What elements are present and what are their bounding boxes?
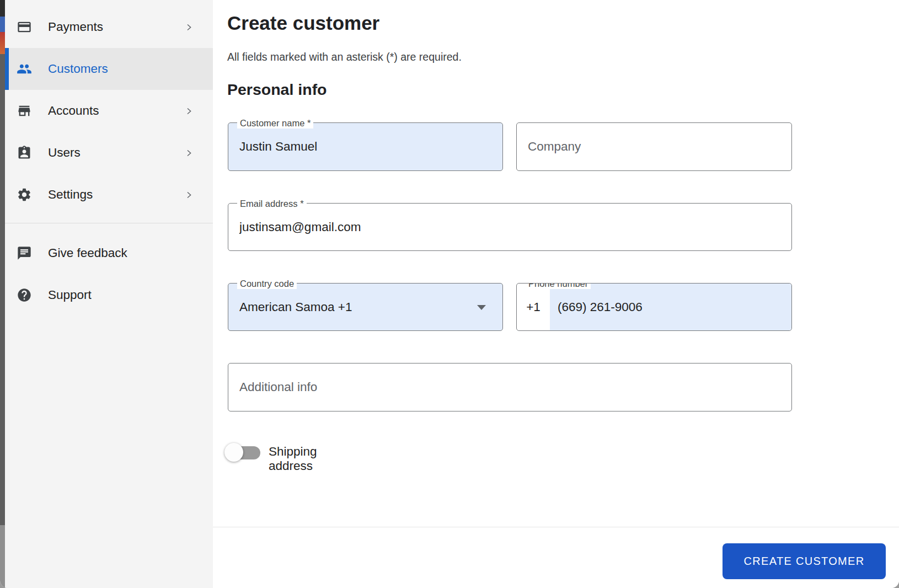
- chevron-right-icon: [185, 107, 193, 115]
- background-fragment: [0, 54, 5, 525]
- chevron-right-icon: [185, 191, 193, 199]
- create-customer-form: Create customer All fields marked with a…: [213, 0, 899, 588]
- phone-number-field: Phone number +1: [516, 283, 792, 331]
- selected-indicator-bar: [5, 48, 9, 90]
- email-input[interactable]: [228, 204, 791, 250]
- sidebar-item-label: Settings: [48, 188, 93, 202]
- storefront-icon: [17, 103, 32, 119]
- sidebar-item-label: Customers: [48, 62, 108, 76]
- phone-number-label: Phone number: [526, 283, 591, 289]
- section-title-personal-info: Personal info: [227, 81, 327, 99]
- sidebar-item-accounts[interactable]: Accounts: [5, 90, 213, 132]
- badge-icon: [17, 145, 32, 161]
- feedback-icon: [17, 245, 32, 261]
- sidebar-item-users[interactable]: Users: [5, 132, 213, 174]
- help-icon: [17, 287, 32, 303]
- customer-name-input[interactable]: [228, 123, 502, 170]
- sidebar-item-label: Give feedback: [48, 246, 127, 260]
- company-field: [516, 122, 792, 171]
- required-fields-note: All fields marked with an asterisk (*) a…: [227, 51, 462, 63]
- country-code-select[interactable]: Country code American Samoa +1: [228, 283, 503, 331]
- background-fragment: [0, 525, 5, 588]
- chevron-right-icon: [185, 149, 193, 157]
- gear-icon: [17, 187, 32, 202]
- email-field: Email address *: [228, 203, 792, 251]
- sidebar-item-give-feedback[interactable]: Give feedback: [5, 232, 213, 274]
- country-code-value: American Samoa +1: [239, 284, 352, 330]
- background-fragment-red: [0, 32, 5, 54]
- company-input[interactable]: [517, 123, 791, 170]
- footer-divider: [213, 527, 899, 527]
- shipping-address-label: Shipping address: [269, 445, 317, 473]
- sidebar-item-settings[interactable]: Settings: [5, 174, 213, 216]
- additional-info-field: [228, 363, 792, 411]
- phone-prefix: +1: [517, 284, 550, 330]
- background-window-sliver: [0, 0, 5, 588]
- sidebar-item-label: Users: [48, 146, 81, 160]
- phone-input-wrap: [550, 284, 791, 330]
- credit-card-icon: [17, 19, 32, 35]
- sidebar: Payments Customers Accounts: [5, 0, 213, 588]
- phone-number-input[interactable]: [550, 284, 791, 330]
- sidebar-divider: [5, 223, 213, 223]
- page-title: Create customer: [227, 12, 379, 34]
- sidebar-item-label: Accounts: [48, 104, 99, 118]
- sidebar-item-label: Payments: [48, 20, 103, 34]
- people-icon: [17, 61, 32, 77]
- customer-name-field: Customer name *: [228, 122, 503, 171]
- chevron-right-icon: [185, 23, 193, 31]
- sidebar-item-label: Support: [48, 288, 92, 302]
- sidebar-item-customers[interactable]: Customers: [5, 48, 213, 90]
- create-customer-window: Payments Customers Accounts: [0, 0, 899, 588]
- additional-info-input[interactable]: [228, 364, 791, 411]
- dropdown-caret-icon: [477, 305, 486, 310]
- shipping-address-toggle-knob[interactable]: [224, 443, 243, 462]
- background-fragment-blue: [0, 17, 5, 32]
- customer-name-label: Customer name *: [237, 117, 313, 129]
- sidebar-item-payments[interactable]: Payments: [5, 6, 213, 48]
- email-label: Email address *: [237, 198, 307, 209]
- sidebar-item-support[interactable]: Support: [5, 274, 213, 316]
- background-fragment: [0, 0, 5, 17]
- create-customer-button[interactable]: CREATE CUSTOMER: [723, 543, 886, 579]
